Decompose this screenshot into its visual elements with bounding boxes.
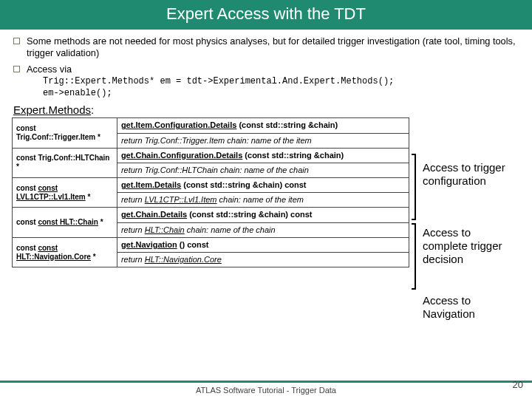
signature-cell: get.Chain.Details (const std::string &ch… xyxy=(117,208,409,222)
annotation: Access to trigger configuration xyxy=(423,161,519,188)
annotation: Access to complete trigger decision xyxy=(423,226,519,266)
code-line: Trig::Expert.Methods* em = tdt->Experime… xyxy=(43,75,520,87)
slide-title: Expert Access with the TDT xyxy=(166,4,366,23)
page-number: 20 xyxy=(513,379,523,390)
description-cell: return HLT::Navigation.Core xyxy=(117,253,409,267)
annotation: Access to Navigation xyxy=(423,294,519,321)
return-type-cell: const const LVL1CTP::Lvl1.Item * xyxy=(13,178,117,208)
description-cell: return Trig.Conf::Trigger.Item chain: na… xyxy=(117,133,409,148)
code-line: em->enable(); xyxy=(43,87,520,99)
return-type-cell: const Trig.Conf::Trigger.Item * xyxy=(13,118,117,148)
description-cell: return Trig.Conf::HLTChain chain: name o… xyxy=(117,163,409,177)
footer-text: ATLAS Software Tutorial - Trigger Data xyxy=(0,386,532,395)
bullet-list: Some methods are not needed for most phy… xyxy=(12,35,520,99)
return-type-cell: const const HLT::Navigation.Core * xyxy=(13,237,117,267)
signature-cell: get.Navigation () const xyxy=(117,237,409,252)
table-row: const const HLT::Chain * get.Chain.Detai… xyxy=(13,208,409,222)
signature-cell: get.Item.Configuration.Details (const st… xyxy=(117,118,409,133)
bracket-icon xyxy=(412,154,416,220)
bullet-item: Some methods are not needed for most phy… xyxy=(12,35,520,59)
title-bar: Expert Access with the TDT xyxy=(0,0,532,30)
return-type-cell: const const HLT::Chain * xyxy=(13,208,117,237)
signature-cell: get.Chain.Configuration.Details (const s… xyxy=(117,148,409,163)
return-type-cell: const Trig.Conf::HLTChain * xyxy=(13,148,117,177)
table-row: const const LVL1CTP::Lvl1.Item * get.Ite… xyxy=(13,178,409,193)
bullet-text: Some methods are not needed for most phy… xyxy=(27,35,520,59)
table-row: const Trig.Conf::HLTChain * get.Chain.Co… xyxy=(13,148,409,163)
bullet-text: Access via Trig::Expert.Methods* em = td… xyxy=(27,64,520,99)
bullet-icon xyxy=(13,38,20,44)
table-row: const Trig.Conf::Trigger.Item * get.Item… xyxy=(13,118,409,133)
footer: ATLAS Software Tutorial - Trigger Data 2… xyxy=(0,381,532,395)
signature-cell: get.Item.Details (const std::string &cha… xyxy=(117,178,409,193)
description-cell: return HLT::Chain chain: name of the cha… xyxy=(117,222,409,237)
methods-table: const Trig.Conf::Trigger.Item * get.Item… xyxy=(12,117,409,267)
bullet-icon xyxy=(13,66,20,72)
bullet-item: Access via Trig::Expert.Methods* em = td… xyxy=(12,64,520,99)
description-cell: return LVL1CTP::Lvl1.Item chain: name of… xyxy=(117,193,409,208)
section-heading: Expert.Methods: xyxy=(13,103,520,116)
slide: Expert Access with the TDT Some methods … xyxy=(0,0,532,399)
table-row: const const HLT::Navigation.Core * get.N… xyxy=(13,237,409,252)
bracket-icon xyxy=(412,223,416,290)
